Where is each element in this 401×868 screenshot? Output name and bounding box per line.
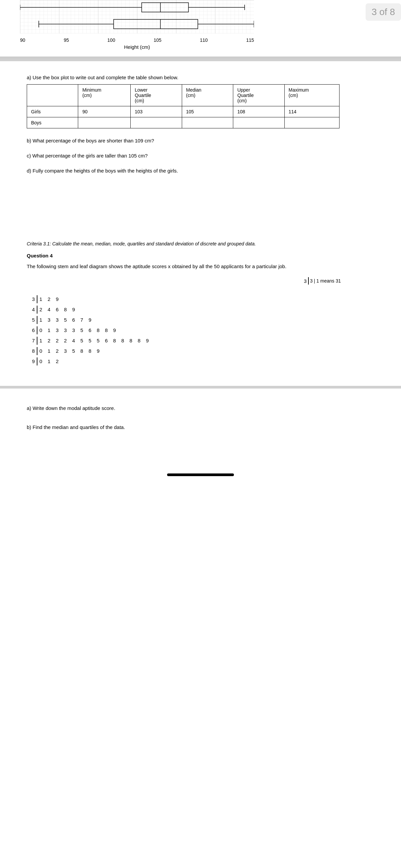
stem-leaf-row-8: 8 0 1 2 3 5 8 8 9 <box>27 346 374 355</box>
divider-4 <box>37 306 37 314</box>
main-content: a) Use the box plot to write out and com… <box>0 61 401 386</box>
part-a-label: a) Use the box plot to write out and com… <box>27 74 374 80</box>
x-axis-labels: 90 95 100 105 110 115 <box>20 37 254 43</box>
question-part-a: a) Use the box plot to write out and com… <box>27 74 374 128</box>
table-row-girls: Girls 90 103 105 108 114 <box>27 106 339 117</box>
question4-heading: Question 4 <box>27 253 374 258</box>
bottom-part-a-label: a) Write down the modal aptitude score. <box>27 405 374 411</box>
x-label-95: 95 <box>64 37 69 43</box>
section-separator-top <box>0 59 401 61</box>
girls-max: 114 <box>285 106 339 117</box>
divider-3 <box>37 295 37 303</box>
table-header-row: Minimum(cm) LowerQuartile(cm) Median(cm)… <box>27 85 339 106</box>
boys-median <box>182 117 233 128</box>
boys-min <box>78 117 131 128</box>
question-part-b: b) What percentage of the boys are short… <box>27 138 374 144</box>
divider-8 <box>37 347 37 355</box>
x-label-105: 105 <box>154 37 161 43</box>
stem-4: 4 <box>27 305 35 314</box>
leaves-8: 0 1 2 3 5 8 8 9 <box>39 346 102 355</box>
question-part-c: c) What percentage of the girls are tall… <box>27 153 374 158</box>
girls-label: Girls <box>27 106 78 117</box>
divider-5 <box>37 316 37 324</box>
leaves-3: 1 2 9 <box>39 294 61 304</box>
leaves-9: 0 1 2 <box>39 357 61 366</box>
stem-leaf-row-4: 4 2 4 6 8 9 <box>27 305 374 314</box>
col-header-min: Minimum(cm) <box>78 85 131 106</box>
stem-5: 5 <box>27 315 35 324</box>
x-label-100: 100 <box>107 37 115 43</box>
girls-lq: 103 <box>131 106 182 117</box>
stem-8: 8 <box>27 346 35 355</box>
stem-9: 9 <box>27 357 35 366</box>
svg-rect-1 <box>20 0 254 33</box>
stem-leaf-key-text: 3 | 1 means 31 <box>310 278 341 283</box>
stem-leaf-row-3: 3 1 2 9 <box>27 294 374 304</box>
stem-leaf-key-stem: 3 <box>304 278 306 284</box>
x-label-115: 115 <box>246 37 254 43</box>
col-header-max: Maximum(cm) <box>285 85 339 106</box>
part-d-label: d) Fully compare the heights of the boys… <box>27 168 374 174</box>
boys-uq <box>233 117 285 128</box>
col-header-lq: LowerQuartile(cm) <box>131 85 182 106</box>
box-plot-svg <box>20 0 254 37</box>
stem-leaf-row-6: 6 0 1 3 3 3 5 6 8 8 9 <box>27 326 374 335</box>
criteria-text: Criteria 3.1: Calculate the mean, median… <box>27 240 374 247</box>
chart-area: 90 95 100 105 110 115 Height (cm) 3 of 8 <box>0 0 401 59</box>
page-bottom <box>0 453 401 479</box>
x-label-90: 90 <box>20 37 25 43</box>
girls-uq: 108 <box>233 106 285 117</box>
stem-leaf-row-5: 5 1 3 3 5 6 7 9 <box>27 315 374 324</box>
boys-label: Boys <box>27 117 78 128</box>
boys-lq <box>131 117 182 128</box>
bottom-part-b-label: b) Find the median and quartiles of the … <box>27 424 374 430</box>
bottom-question-part-a: a) Write down the modal aptitude score. <box>27 405 374 411</box>
page: 90 95 100 105 110 115 Height (cm) 3 of 8… <box>0 0 401 479</box>
x-label-110: 110 <box>200 37 207 43</box>
stem-7: 7 <box>27 336 35 345</box>
col-header-empty <box>27 85 78 106</box>
stem-leaf-area: 3 3 | 1 means 31 3 1 2 9 4 2 4 6 8 9 <box>27 277 374 366</box>
stem-6: 6 <box>27 326 35 335</box>
question-part-d: d) Fully compare the heights of the boys… <box>27 168 374 174</box>
stem-leaf-row-7: 7 1 2 2 2 4 5 5 5 6 8 8 8 8 9 <box>27 336 374 345</box>
divider-9 <box>37 358 37 366</box>
divider-7 <box>37 337 37 345</box>
page-badge: 3 of 8 <box>366 3 401 21</box>
section-separator-bottom <box>0 386 401 389</box>
stem-leaf-key-divider <box>308 277 309 284</box>
leaves-6: 0 1 3 3 3 5 6 8 8 9 <box>39 326 118 335</box>
stem-leaf-row-9: 9 0 1 2 <box>27 357 374 366</box>
bottom-navigation-bar <box>167 473 234 476</box>
stem-leaf-table: 3 1 2 9 4 2 4 6 8 9 5 1 3 3 5 6 7 9 6 <box>27 294 374 366</box>
part-b-label: b) What percentage of the boys are short… <box>27 138 374 144</box>
divider-6 <box>37 326 37 334</box>
bottom-content: a) Write down the modal aptitude score. … <box>0 389 401 453</box>
boys-max <box>285 117 339 128</box>
leaves-7: 1 2 2 2 4 5 5 5 6 8 8 8 8 9 <box>39 336 151 345</box>
statistics-table: Minimum(cm) LowerQuartile(cm) Median(cm)… <box>27 84 339 128</box>
girls-median: 105 <box>182 106 233 117</box>
x-axis-title: Height (cm) <box>20 44 254 50</box>
stem-3: 3 <box>27 294 35 304</box>
leaves-5: 1 3 3 5 6 7 9 <box>39 315 93 324</box>
bottom-question-part-b: b) Find the median and quartiles of the … <box>27 424 374 430</box>
col-header-median: Median(cm) <box>182 85 233 106</box>
part-c-label: c) What percentage of the girls are tall… <box>27 153 374 158</box>
girls-min: 90 <box>78 106 131 117</box>
question4-text: The following stem and leaf diagram show… <box>27 262 374 271</box>
leaves-4: 2 4 6 8 9 <box>39 305 77 314</box>
col-header-uq: UpperQuartile(cm) <box>233 85 285 106</box>
table-row-boys: Boys <box>27 117 339 128</box>
